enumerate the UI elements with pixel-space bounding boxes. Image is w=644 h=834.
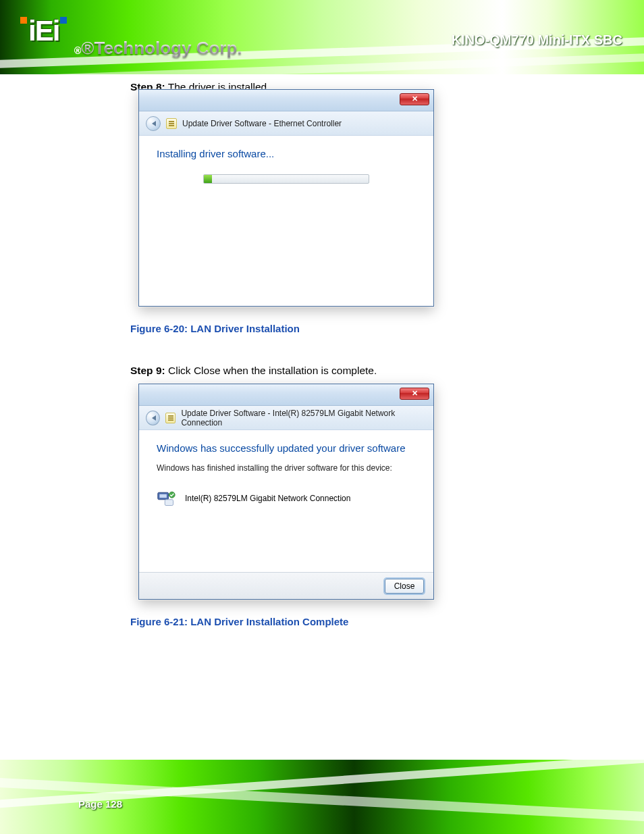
progress-fill (204, 175, 212, 183)
dialog2-body-text: Windows has finished installing the driv… (157, 463, 416, 473)
dialog2-title: Update Driver Software - Intel(R) 82579L… (181, 409, 427, 427)
dialog1-heading: Installing driver software... (157, 148, 416, 159)
document-title: KINO-QM770 Mini-ITX SBC (452, 32, 622, 48)
brand-tagline: ®®Technology Corp. (74, 38, 242, 59)
step-9-text: Click Close when the installation is com… (168, 365, 377, 376)
network-adapter-icon (157, 489, 176, 508)
close-button[interactable]: Close (385, 579, 424, 594)
install-progress-bar (203, 174, 369, 184)
dialog1-body: Installing driver software... (139, 136, 433, 306)
figure-caption-2: Figure 6-21: LAN Driver Installation Com… (130, 616, 348, 627)
dialog2-body: Windows has successfully updated your dr… (139, 430, 433, 599)
page-number: Page 128 (78, 798, 122, 810)
page-footer-band (0, 760, 644, 834)
dialog2-subheader: Update Driver Software - Intel(R) 82579L… (139, 406, 433, 430)
figure-caption-1: Figure 6-20: LAN Driver Installation (130, 323, 300, 334)
close-icon[interactable]: ✕ (400, 388, 429, 400)
svg-rect-2 (165, 500, 173, 506)
device-icon (165, 413, 176, 423)
dialog1-titlebar[interactable]: ✕ (139, 90, 433, 111)
dialog2-titlebar[interactable]: ✕ (139, 384, 433, 406)
device-name: Intel(R) 82579LM Gigabit Network Connect… (185, 494, 350, 503)
logo-square-orange (20, 17, 27, 24)
step-9-prefix: Step 9: (130, 365, 165, 376)
dialog1-title: Update Driver Software - Ethernet Contro… (182, 119, 342, 128)
iei-logo: iEi (20, 15, 67, 47)
logo-square-blue (60, 17, 67, 24)
dialog-installing: ✕ Update Driver Software - Ethernet Cont… (138, 89, 434, 307)
back-arrow-icon[interactable] (146, 411, 160, 425)
dialog1-subheader: Update Driver Software - Ethernet Contro… (139, 111, 433, 136)
back-arrow-icon[interactable] (146, 116, 161, 131)
logo-text: iEi (28, 15, 59, 47)
device-row: Intel(R) 82579LM Gigabit Network Connect… (157, 489, 416, 508)
step-9-line: Step 9: Click Close when the installatio… (130, 365, 377, 377)
close-icon[interactable]: ✕ (400, 93, 429, 105)
brand-tagline-text: ®Technology Corp. (81, 38, 242, 58)
dialog2-footer: Close (139, 572, 433, 599)
svg-rect-1 (159, 494, 167, 498)
dialog2-heading: Windows has successfully updated your dr… (157, 442, 416, 454)
dialog-complete: ✕ Update Driver Software - Intel(R) 8257… (138, 384, 434, 600)
device-icon (166, 118, 177, 129)
